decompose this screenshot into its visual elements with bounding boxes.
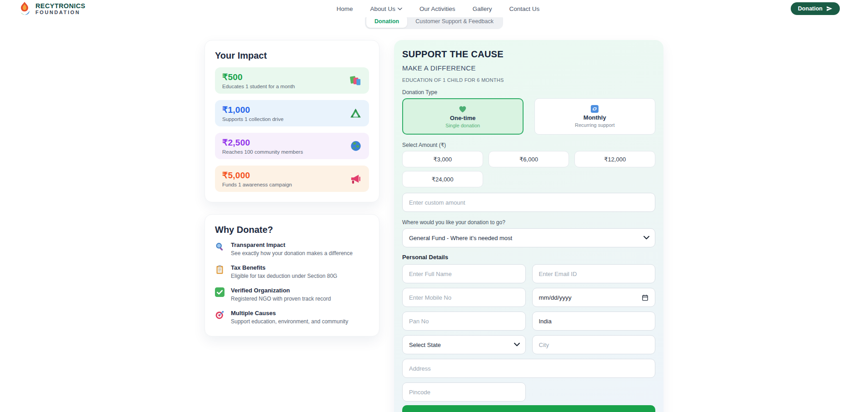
chevron-down-icon [398, 7, 402, 10]
personal-details-label: Personal Details [402, 254, 655, 261]
clipboard-icon [215, 265, 224, 274]
email-input[interactable] [532, 264, 656, 283]
fund-label: Where would you like your donation to go… [402, 219, 655, 226]
mobile-input[interactable] [402, 288, 526, 307]
full-name-input[interactable] [402, 264, 526, 283]
form-subtitle: MAKE A DIFFERENCE [402, 64, 655, 72]
submit-button[interactable] [402, 405, 655, 412]
address-input[interactable] [402, 359, 655, 378]
donation-form-card: SUPPORT THE CAUSE MAKE A DIFFERENCE EDUC… [394, 40, 663, 412]
country-input[interactable] [532, 312, 656, 331]
nav-item-home[interactable]: Home [336, 5, 353, 12]
logo[interactable]: RECYTRONICS FOUNDATION [17, 1, 85, 16]
why-item-verified-organization: Verified Organization Registered NGO wit… [215, 287, 369, 303]
nav-item-contact-us[interactable]: Contact Us [509, 5, 540, 12]
nav: Home About Us Our Activities Gallery Con… [85, 5, 791, 12]
type-option-monthly[interactable]: Monthly Recurring support [534, 98, 656, 135]
brand-subtitle: FOUNDATION [35, 10, 85, 15]
impact-item-500[interactable]: ₹500 Educates 1 student for a month [215, 67, 369, 94]
brand-name: RECYTRONICS [35, 2, 85, 10]
form-caption: EDUCATION OF 1 CHILD FOR 6 MONTHS [402, 77, 655, 83]
nav-item-gallery[interactable]: Gallery [473, 5, 492, 12]
city-input[interactable] [532, 335, 656, 354]
impact-item-1000[interactable]: ₹1,000 Supports 1 collection drive [215, 100, 369, 126]
amount-button-12000[interactable]: ₹12,000 [574, 151, 655, 167]
send-icon [826, 5, 833, 12]
custom-amount-input[interactable] [402, 193, 655, 212]
why-item-tax-benefits: Tax Benefits Eligible for tax deduction … [215, 264, 369, 281]
megaphone-icon [349, 173, 362, 185]
pincode-input[interactable] [402, 382, 526, 402]
check-icon [215, 287, 224, 297]
nav-item-about-us[interactable]: About Us [370, 5, 402, 12]
calendar-icon [642, 294, 649, 301]
recycle-icon [349, 107, 362, 120]
impact-item-2500[interactable]: ₹2,500 Reaches 100 community members [215, 133, 369, 159]
why-donate-card: Why Donate? Transparent Impact See exact… [205, 214, 379, 337]
amount-button-3000[interactable]: ₹3,000 [402, 151, 483, 167]
amount-button-24000[interactable]: ₹24,000 [402, 171, 483, 187]
fund-select[interactable]: General Fund - Where it's needed most [402, 228, 655, 247]
amount-label: Select Amount (₹) [402, 142, 655, 148]
donation-button[interactable]: Donation [791, 2, 840, 15]
globe-icon [350, 140, 362, 152]
impact-item-5000[interactable]: ₹5,000 Funds 1 awareness campaign [215, 166, 369, 192]
pan-input[interactable] [402, 312, 526, 331]
header: RECYTRONICS FOUNDATION Home About Us Our… [0, 0, 868, 17]
why-item-transparent-impact: Transparent Impact See exactly how your … [215, 241, 369, 258]
donation-type-label: Donation Type [402, 89, 655, 95]
type-option-onetime[interactable]: One-time Single donation [402, 98, 524, 135]
books-icon [349, 75, 362, 87]
green-heart-icon [458, 105, 467, 113]
state-select[interactable]: Select State [402, 335, 526, 354]
magnifier-icon [215, 242, 224, 251]
recurring-icon [591, 105, 599, 113]
logo-icon [17, 1, 32, 16]
target-icon [215, 310, 224, 320]
impact-title: Your Impact [215, 50, 369, 61]
form-title: SUPPORT THE CAUSE [402, 49, 655, 60]
why-item-multiple-causes: Multiple Causes Support education, envir… [215, 310, 369, 326]
nav-item-our-activities[interactable]: Our Activities [419, 5, 455, 12]
amount-button-6000[interactable]: ₹6,000 [489, 151, 569, 167]
why-donate-title: Why Donate? [215, 225, 369, 235]
dob-input[interactable]: mm/dd/yyyy [532, 288, 656, 307]
impact-card: Your Impact ₹500 Educates 1 student for … [205, 40, 379, 202]
